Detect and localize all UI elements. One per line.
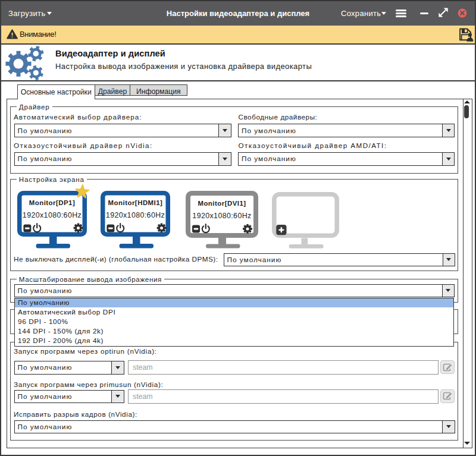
- svg-text:1920x1080:60Hz: 1920x1080:60Hz: [105, 211, 164, 219]
- svg-text:1920x1080:60Hz: 1920x1080:60Hz: [192, 212, 251, 220]
- svg-text:Monitor[DP1]: Monitor[DP1]: [29, 199, 75, 206]
- svg-text:1920x1080:60Hz: 1920x1080:60Hz: [22, 211, 81, 219]
- svg-text:Monitor[DVI1]: Monitor[DVI1]: [198, 200, 246, 207]
- svg-text:Monitor[HDMI1]: Monitor[HDMI1]: [108, 199, 162, 206]
